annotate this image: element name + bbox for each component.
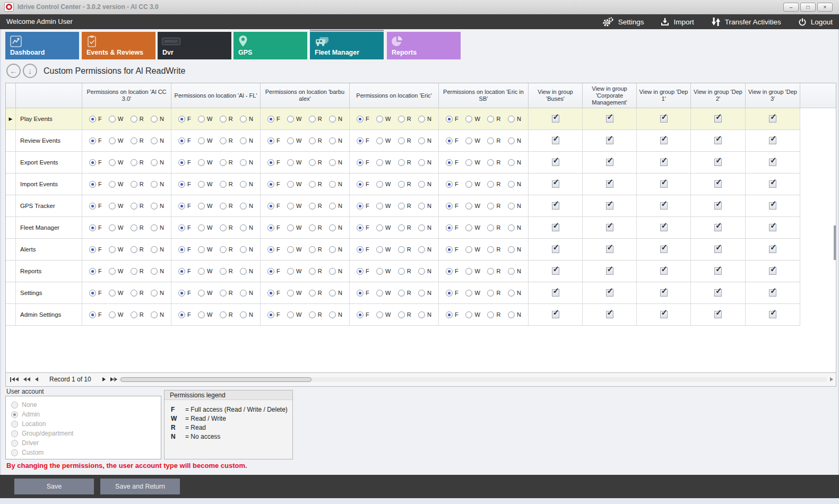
radio-n-icon[interactable] — [418, 116, 425, 123]
radio-r-icon[interactable] — [487, 137, 494, 144]
permission-option-r[interactable]: R — [220, 116, 233, 123]
view-group-checkbox[interactable]: ✓ — [769, 137, 776, 144]
view-group-checkbox[interactable]: ✓ — [660, 289, 668, 297]
permission-option-f[interactable]: F — [446, 290, 459, 297]
permission-option-w[interactable]: W — [287, 116, 301, 123]
radio-r-icon[interactable] — [487, 224, 494, 231]
radio-n-icon[interactable] — [151, 181, 158, 188]
radio-r-icon[interactable] — [398, 116, 405, 123]
permission-option-w[interactable]: W — [376, 224, 391, 231]
radio-w-icon[interactable] — [465, 203, 472, 210]
radio-f-icon[interactable] — [178, 137, 185, 144]
permission-option-r[interactable]: R — [487, 246, 500, 253]
radio-n-icon[interactable] — [151, 116, 158, 123]
permission-option-w[interactable]: W — [109, 137, 123, 144]
permission-option-w[interactable]: W — [198, 116, 212, 123]
view-group-checkbox[interactable]: ✓ — [769, 224, 776, 231]
permission-option-n[interactable]: N — [151, 159, 164, 166]
view-group-checkbox[interactable]: ✓ — [714, 289, 722, 297]
permission-option-n[interactable]: N — [240, 203, 253, 210]
permission-option-f[interactable]: F — [267, 311, 280, 318]
radio-w-icon[interactable] — [287, 268, 294, 275]
radio-r-icon[interactable] — [309, 116, 316, 123]
view-group-checkbox[interactable]: ✓ — [769, 246, 776, 253]
radio-n-icon[interactable] — [508, 116, 515, 123]
permission-option-f[interactable]: F — [89, 268, 102, 275]
permission-option-f[interactable]: F — [446, 311, 459, 318]
permission-option-w[interactable]: W — [198, 224, 212, 231]
radio-w-icon[interactable] — [109, 203, 116, 210]
radio-f-icon[interactable] — [357, 181, 364, 188]
radio-r-icon[interactable] — [131, 159, 137, 166]
permission-option-f[interactable]: F — [178, 290, 191, 297]
radio-f-icon[interactable] — [267, 181, 274, 188]
view-group-checkbox[interactable]: ✓ — [714, 267, 722, 275]
view-group-checkbox[interactable]: ✓ — [714, 115, 722, 123]
radio-f-icon[interactable] — [89, 246, 96, 253]
group-column-header[interactable]: View in group 'Dep 1' — [637, 83, 691, 108]
permission-option-n[interactable]: N — [508, 181, 521, 188]
permission-option-w[interactable]: W — [376, 203, 391, 210]
radio-r-icon[interactable] — [220, 290, 227, 297]
permission-option-n[interactable]: N — [240, 311, 253, 318]
radio-f-icon[interactable] — [178, 246, 185, 253]
radio-w-icon[interactable] — [376, 203, 383, 210]
permission-option-r[interactable]: R — [309, 181, 322, 188]
radio-r-icon[interactable] — [220, 224, 227, 231]
radio-n-icon[interactable] — [508, 290, 515, 297]
view-group-checkbox[interactable]: ✓ — [769, 115, 776, 123]
indicator-column-header[interactable] — [6, 83, 16, 108]
permission-option-n[interactable]: N — [508, 116, 521, 123]
permission-option-w[interactable]: W — [109, 224, 123, 231]
permission-option-n[interactable]: N — [240, 290, 253, 297]
radio-r-icon[interactable] — [398, 290, 405, 297]
group-column-header[interactable]: View in group 'Buses' — [529, 83, 583, 108]
maximize-button[interactable]: □ — [800, 3, 816, 12]
permission-option-f[interactable]: F — [178, 224, 191, 231]
radio-f-icon[interactable] — [89, 203, 96, 210]
permission-option-r[interactable]: R — [220, 224, 233, 231]
radio-n-icon[interactable] — [151, 203, 158, 210]
permission-option-n[interactable]: N — [240, 181, 253, 188]
radio-r-icon[interactable] — [487, 203, 494, 210]
permission-option-w[interactable]: W — [287, 268, 301, 275]
radio-w-icon[interactable] — [465, 116, 472, 123]
radio-n-icon[interactable] — [508, 224, 515, 231]
radio-w-icon[interactable] — [198, 311, 205, 318]
permission-option-w[interactable]: W — [465, 203, 480, 210]
radio-r-icon[interactable] — [131, 181, 137, 188]
permission-option-w[interactable]: W — [109, 246, 123, 253]
radio-f-icon[interactable] — [357, 159, 364, 166]
view-group-checkbox[interactable]: ✓ — [552, 137, 559, 144]
radio-n-icon[interactable] — [240, 137, 247, 144]
radio-f-icon[interactable] — [446, 181, 453, 188]
radio-r-icon[interactable] — [131, 116, 137, 123]
permission-option-r[interactable]: R — [131, 203, 144, 210]
radio-r-icon[interactable] — [131, 311, 137, 318]
radio-f-icon[interactable] — [446, 290, 453, 297]
permission-option-w[interactable]: W — [465, 246, 480, 253]
permission-option-f[interactable]: F — [178, 159, 191, 166]
permission-option-r[interactable]: R — [398, 116, 411, 123]
permission-option-f[interactable]: F — [446, 181, 459, 188]
permission-option-n[interactable]: N — [240, 116, 253, 123]
permission-option-n[interactable]: N — [151, 203, 164, 210]
permission-option-n[interactable]: N — [151, 116, 164, 123]
view-group-checkbox[interactable]: ✓ — [660, 159, 668, 166]
radio-r-icon[interactable] — [398, 159, 405, 166]
account-type-option-none[interactable]: None — [11, 400, 161, 410]
permission-option-r[interactable]: R — [487, 159, 500, 166]
radio-r-icon[interactable] — [220, 246, 227, 253]
radio-w-icon[interactable] — [287, 311, 294, 318]
radio-n-icon[interactable] — [240, 290, 247, 297]
radio-n-icon[interactable] — [508, 246, 515, 253]
permission-option-w[interactable]: W — [287, 246, 301, 253]
radio-f-icon[interactable] — [178, 268, 185, 275]
group-column-header[interactable]: View in group 'Corporate Management' — [583, 83, 637, 108]
radio-r-icon[interactable] — [487, 181, 494, 188]
vertical-scrollbar[interactable] — [833, 109, 836, 372]
account-radio-icon[interactable] — [11, 421, 18, 428]
view-group-checkbox[interactable]: ✓ — [606, 180, 613, 188]
permission-option-w[interactable]: W — [109, 268, 123, 275]
permission-option-f[interactable]: F — [89, 311, 102, 318]
